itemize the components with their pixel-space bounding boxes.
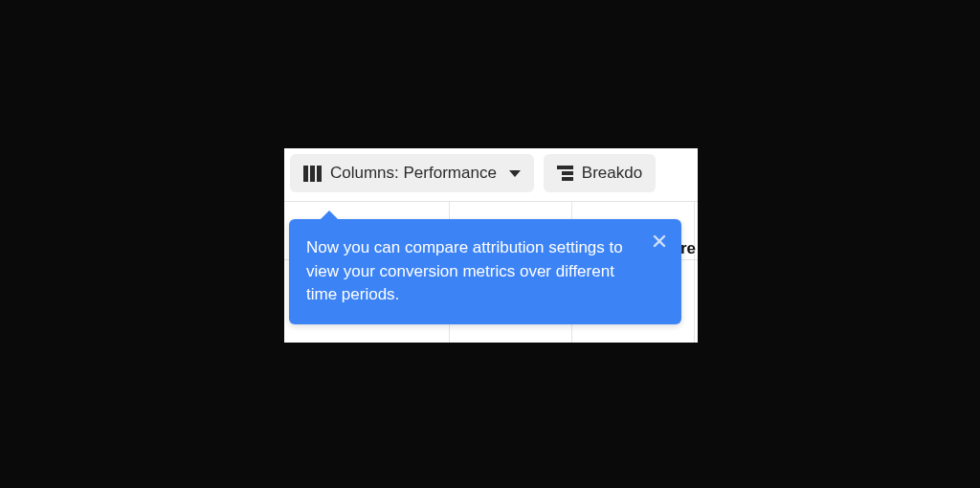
- tooltip-close-button[interactable]: [650, 232, 669, 251]
- toolbar: Columns: Performance Breakdo: [284, 148, 698, 192]
- tooltip-arrow: [320, 211, 339, 220]
- breakdown-button[interactable]: Breakdo: [544, 154, 656, 192]
- columns-button[interactable]: Columns: Performance: [290, 154, 534, 192]
- caret-down-icon: [509, 170, 521, 177]
- truncated-text: re: [680, 239, 696, 258]
- ui-panel: Columns: Performance Breakdo re Now you …: [284, 148, 698, 343]
- tooltip-message: Now you can compare attribution settings…: [306, 236, 639, 307]
- info-tooltip: Now you can compare attribution settings…: [289, 219, 681, 324]
- columns-button-label: Columns: Performance: [330, 164, 497, 183]
- close-icon: [653, 234, 666, 248]
- columns-icon: [303, 166, 322, 182]
- breakdown-button-label: Breakdo: [582, 164, 642, 183]
- breakdown-icon: [557, 166, 573, 182]
